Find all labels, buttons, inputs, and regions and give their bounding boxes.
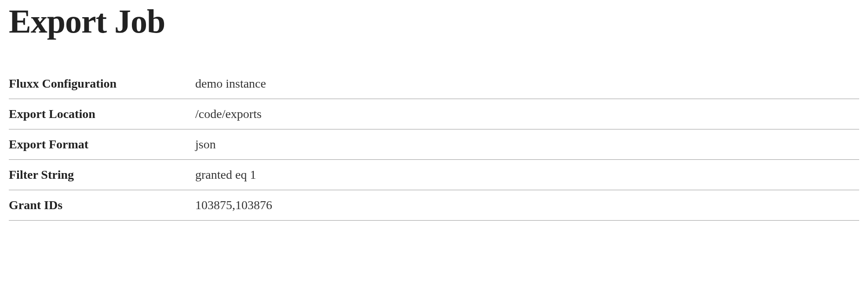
detail-row-export-format: Export Format json <box>9 129 859 160</box>
detail-value: demo instance <box>195 69 859 99</box>
detail-value: /code/exports <box>195 99 859 129</box>
detail-label: Filter String <box>9 160 195 190</box>
detail-row-fluxx-configuration: Fluxx Configuration demo instance <box>9 69 859 99</box>
detail-label: Fluxx Configuration <box>9 69 195 99</box>
page-title: Export Job <box>9 4 859 38</box>
detail-value: granted eq 1 <box>195 160 859 190</box>
detail-value: 103875,103876 <box>195 190 859 221</box>
detail-table: Fluxx Configuration demo instance Export… <box>9 69 859 221</box>
detail-value: json <box>195 129 859 160</box>
detail-label: Export Location <box>9 99 195 129</box>
detail-row-export-location: Export Location /code/exports <box>9 99 859 129</box>
detail-label: Export Format <box>9 129 195 160</box>
detail-row-grant-ids: Grant IDs 103875,103876 <box>9 190 859 221</box>
detail-row-filter-string: Filter String granted eq 1 <box>9 160 859 190</box>
detail-label: Grant IDs <box>9 190 195 221</box>
